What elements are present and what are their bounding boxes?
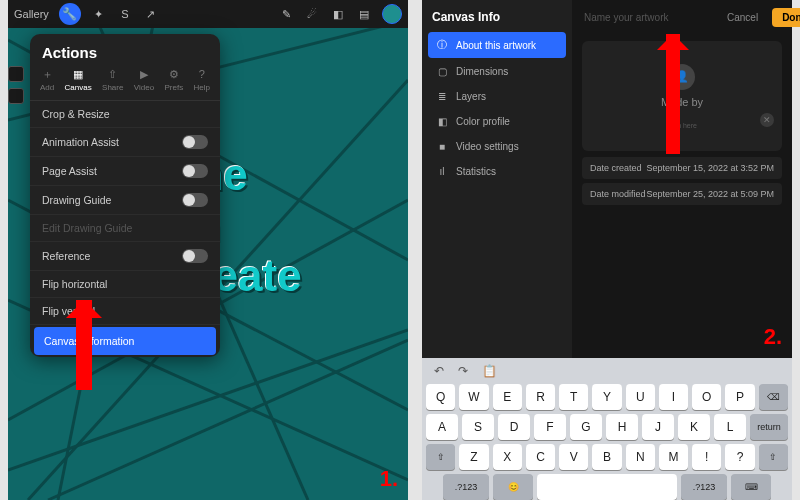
sidebar-item-statistics[interactable]: ılStatistics — [428, 160, 566, 183]
key-e[interactable]: E — [493, 384, 522, 410]
key-s[interactable]: S — [462, 414, 494, 440]
sidebar-item-label: Statistics — [456, 166, 496, 177]
key-m[interactable]: M — [659, 444, 688, 470]
key-u[interactable]: U — [626, 384, 655, 410]
sidebar-item-label: Layers — [456, 91, 486, 102]
sidebar-square-2[interactable] — [8, 88, 24, 104]
toggle-reference[interactable] — [182, 249, 208, 263]
keyboard-toolbar: ↶ ↷ 📋 — [426, 362, 788, 380]
selection-icon[interactable]: S — [117, 6, 133, 22]
key-![interactable]: ! — [692, 444, 721, 470]
smudge-icon[interactable]: ☄ — [304, 6, 320, 22]
sidebar-square-1[interactable] — [8, 66, 24, 82]
author-card: 👤 Made by Sign here ✕ — [582, 41, 782, 151]
undo-icon[interactable]: ↶ — [434, 364, 444, 378]
key-a[interactable]: A — [426, 414, 458, 440]
toggle-animation[interactable] — [182, 135, 208, 149]
tab-label: Share — [102, 83, 123, 92]
tab-add[interactable]: ＋Add — [40, 67, 54, 92]
row-flip-horizontal[interactable]: Flip horizontal — [30, 271, 220, 298]
row-animation-assist[interactable]: Animation Assist — [30, 128, 220, 157]
key-c[interactable]: C — [526, 444, 555, 470]
key-k[interactable]: K — [678, 414, 710, 440]
key-i[interactable]: I — [659, 384, 688, 410]
layers-icon[interactable]: ▤ — [356, 6, 372, 22]
redo-icon[interactable]: ↷ — [458, 364, 468, 378]
done-button[interactable]: Done — [772, 8, 800, 27]
key-⇧[interactable]: ⇧ — [426, 444, 455, 470]
row-flip-vertical[interactable]: Flip vertical — [30, 298, 220, 325]
key-v[interactable]: V — [559, 444, 588, 470]
sidebar-item-label: About this artwork — [456, 40, 536, 51]
key-p[interactable]: P — [725, 384, 754, 410]
sidebar-item-color-profile[interactable]: ◧Color profile — [428, 110, 566, 133]
annotation-arrow-1 — [76, 300, 92, 390]
row-reference[interactable]: Reference — [30, 242, 220, 271]
key-⌨[interactable]: ⌨ — [731, 474, 771, 500]
sidebar-item-about[interactable]: ⓘAbout this artwork — [428, 32, 566, 58]
sidebar-item-dimensions[interactable]: ▢Dimensions — [428, 60, 566, 83]
key-b[interactable]: B — [592, 444, 621, 470]
color-picker-icon[interactable] — [382, 4, 402, 24]
key-x[interactable]: X — [493, 444, 522, 470]
cancel-button[interactable]: Cancel — [721, 11, 764, 24]
tab-label: Help — [194, 83, 210, 92]
share-icon: ⇧ — [106, 67, 120, 81]
row-crop-resize[interactable]: Crop & Resize — [30, 101, 220, 128]
key-😊[interactable]: 😊 — [493, 474, 533, 500]
key-t[interactable]: T — [559, 384, 588, 410]
row-label: Edit Drawing Guide — [42, 222, 132, 234]
key-.?123[interactable]: .?123 — [681, 474, 727, 500]
tab-share[interactable]: ⇧Share — [102, 67, 123, 92]
tab-help[interactable]: ?Help — [194, 67, 210, 92]
key-o[interactable]: O — [692, 384, 721, 410]
adjustments-icon[interactable]: ✦ — [91, 6, 107, 22]
sidebar-item-video-settings[interactable]: ■Video settings — [428, 135, 566, 158]
meta-value: September 25, 2022 at 5:09 PM — [646, 189, 774, 199]
key-return[interactable]: return — [750, 414, 788, 440]
key-f[interactable]: F — [534, 414, 566, 440]
toggle-guide[interactable] — [182, 193, 208, 207]
key-j[interactable]: J — [642, 414, 674, 440]
key-d[interactable]: D — [498, 414, 530, 440]
annotation-arrow-2 — [666, 34, 680, 154]
key-q[interactable]: Q — [426, 384, 455, 410]
transform-icon[interactable]: ↗ — [143, 6, 159, 22]
row-page-assist[interactable]: Page Assist — [30, 157, 220, 186]
key-h[interactable]: H — [606, 414, 638, 440]
eraser-icon[interactable]: ◧ — [330, 6, 346, 22]
actions-wrench-icon[interactable]: 🔧 — [59, 3, 81, 25]
color-profile-icon: ◧ — [436, 116, 448, 127]
brush-icon[interactable]: ✎ — [278, 6, 294, 22]
tab-canvas[interactable]: ▦Canvas — [65, 67, 92, 92]
tab-label: Prefs — [164, 83, 183, 92]
meta-label: Date modified — [590, 189, 646, 199]
sidebar-item-layers[interactable]: ≣Layers — [428, 85, 566, 108]
key-n[interactable]: N — [626, 444, 655, 470]
key-⇧[interactable]: ⇧ — [759, 444, 788, 470]
key-[interactable] — [537, 474, 677, 500]
key-l[interactable]: L — [714, 414, 746, 440]
row-label: Animation Assist — [42, 136, 119, 148]
key-z[interactable]: Z — [459, 444, 488, 470]
paste-icon[interactable]: 📋 — [482, 364, 497, 378]
canvas-icon: ▦ — [71, 67, 85, 81]
key-?[interactable]: ? — [725, 444, 754, 470]
key-w[interactable]: W — [459, 384, 488, 410]
key-g[interactable]: G — [570, 414, 602, 440]
help-icon: ? — [195, 67, 209, 81]
key-y[interactable]: Y — [592, 384, 621, 410]
info-icon: ⓘ — [436, 38, 448, 52]
tab-video[interactable]: ▶Video — [134, 67, 154, 92]
artwork-name-input[interactable] — [582, 11, 713, 24]
clear-signature-icon[interactable]: ✕ — [760, 113, 774, 127]
toggle-page[interactable] — [182, 164, 208, 178]
key-.?123[interactable]: .?123 — [443, 474, 489, 500]
gallery-button[interactable]: Gallery — [14, 8, 49, 20]
key-⌫[interactable]: ⌫ — [759, 384, 788, 410]
tab-prefs[interactable]: ⚙Prefs — [164, 67, 183, 92]
row-drawing-guide[interactable]: Drawing Guide — [30, 186, 220, 215]
row-canvas-information[interactable]: Canvas information — [34, 327, 216, 355]
key-r[interactable]: R — [526, 384, 555, 410]
tab-label: Video — [134, 83, 154, 92]
